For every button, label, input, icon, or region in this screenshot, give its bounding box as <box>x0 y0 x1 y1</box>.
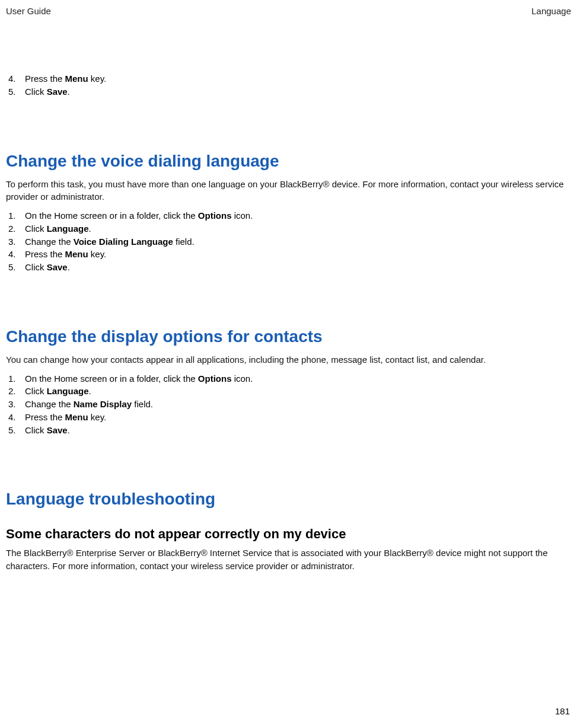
step-text: Click Language. <box>25 385 91 398</box>
list-item: 4. Press the Menu key. <box>8 248 571 261</box>
step-text: Press the Menu key. <box>25 411 106 424</box>
list-item: 1. On the Home screen or in a folder, cl… <box>8 209 571 222</box>
list-item: 4. Press the Menu key. <box>8 411 571 424</box>
step-text: Change the Voice Dialing Language field. <box>25 235 195 248</box>
header-left: User Guide <box>6 6 51 16</box>
step-text: On the Home screen or in a folder, click… <box>25 209 253 222</box>
step-number: 5. <box>8 85 25 98</box>
list-item: 2. Click Language. <box>8 222 571 235</box>
intro-paragraph: To perform this task, you must have more… <box>6 178 571 204</box>
step-text: Click Save. <box>25 85 70 98</box>
step-text: Change the Name Display field. <box>25 398 153 411</box>
step-number: 4. <box>8 411 25 424</box>
step-text: On the Home screen or in a folder, click… <box>25 372 253 385</box>
step-text: Press the Menu key. <box>25 248 106 261</box>
list-item: 5. Click Save. <box>8 424 571 437</box>
subheading-characters: Some characters do not appear correctly … <box>6 526 571 542</box>
step-text: Click Language. <box>25 222 91 235</box>
list-item: 1. On the Home screen or in a folder, cl… <box>8 372 571 385</box>
heading-display-options: Change the display options for contacts <box>6 327 571 346</box>
step-number: 4. <box>8 248 25 261</box>
list-item: 2. Click Language. <box>8 385 571 398</box>
header-right: Language <box>531 6 571 16</box>
step-number: 2. <box>8 385 25 398</box>
step-number: 3. <box>8 235 25 248</box>
step-number: 1. <box>8 209 25 222</box>
step-text: Click Save. <box>25 261 70 274</box>
step-number: 5. <box>8 261 25 274</box>
heading-voice-dialing: Change the voice dialing language <box>6 152 571 171</box>
heading-troubleshooting: Language troubleshooting <box>6 490 571 509</box>
step-number: 3. <box>8 398 25 411</box>
display-options-steps: 1. On the Home screen or in a folder, cl… <box>6 372 571 437</box>
step-number: 4. <box>8 72 25 85</box>
page-header: User Guide Language <box>6 6 571 16</box>
list-item: 5. Click Save. <box>8 261 571 274</box>
step-text: Press the Menu key. <box>25 72 106 85</box>
list-item: 3. Change the Voice Dialing Language fie… <box>8 235 571 248</box>
step-number: 5. <box>8 424 25 437</box>
intro-paragraph: You can change how your contacts appear … <box>6 353 571 366</box>
page-number: 181 <box>555 706 570 716</box>
list-item: 3. Change the Name Display field. <box>8 398 571 411</box>
intro-steps-list: 4. Press the Menu key. 5. Click Save. <box>6 72 571 98</box>
page-content: 4. Press the Menu key. 5. Click Save. Ch… <box>6 72 571 573</box>
troubleshooting-paragraph: The BlackBerry® Enterprise Server or Bla… <box>6 547 571 573</box>
step-number: 1. <box>8 372 25 385</box>
voice-dialing-steps: 1. On the Home screen or in a folder, cl… <box>6 209 571 274</box>
step-text: Click Save. <box>25 424 70 437</box>
list-item: 5. Click Save. <box>8 85 571 98</box>
list-item: 4. Press the Menu key. <box>8 72 571 85</box>
step-number: 2. <box>8 222 25 235</box>
